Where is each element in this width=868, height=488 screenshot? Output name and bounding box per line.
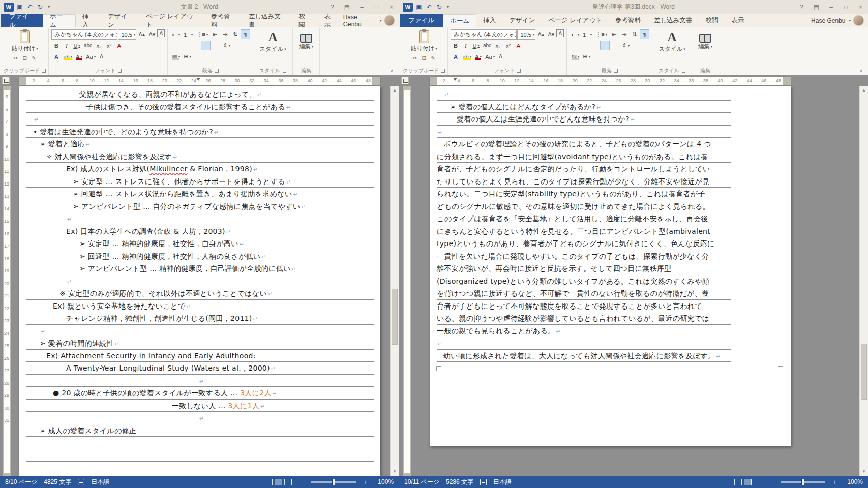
tab-review[interactable]: 校閲 (292, 14, 318, 27)
shading-button[interactable]: ▨▾ (570, 52, 581, 62)
paragraph-dialog-launcher-icon[interactable] (614, 69, 618, 73)
ribbon-display-options-button[interactable]: ▤ (809, 0, 824, 14)
numbering-button[interactable]: 1≡▾ (182, 29, 194, 39)
phonetic-guide-button[interactable]: A (514, 41, 523, 50)
paste-button[interactable]: 貼り付け▾ (407, 29, 441, 53)
align-right-button[interactable]: ≡ (191, 41, 200, 50)
enclose-character-button[interactable]: A (98, 53, 105, 60)
font-size-select[interactable]: 10.5 ▾ (517, 29, 535, 40)
strikethrough-button[interactable]: abc (482, 41, 493, 50)
tab-selector[interactable] (401, 77, 409, 84)
page-indicator[interactable]: 10/11 ページ (404, 478, 439, 486)
clipboard-dialog-launcher-icon[interactable] (441, 69, 445, 73)
vertical-scrollbar[interactable]: ▲ ▼ (859, 86, 868, 476)
redo-button[interactable]: ↻ (435, 4, 443, 11)
horizontal-ruler[interactable]: 2468101214161820222426283032343638404244… (430, 77, 791, 85)
zoom-slider-thumb[interactable] (332, 479, 335, 485)
superscript-button[interactable]: x² (503, 41, 513, 50)
sort-button[interactable]: ⇅ (630, 29, 639, 39)
vertical-scrollbar[interactable]: ▲ ▼ (390, 86, 399, 476)
align-left-button[interactable]: ≡ (570, 41, 579, 50)
font-color-button[interactable]: A▾ (473, 52, 483, 62)
scroll-down-icon[interactable]: ▼ (860, 468, 868, 476)
distribute-button[interactable]: ≡ (211, 41, 221, 50)
word-count[interactable]: 4825 文字 (44, 478, 71, 486)
character-border-button[interactable]: A (556, 29, 564, 37)
align-center-button[interactable]: ≡ (181, 41, 190, 50)
bold-button[interactable]: B (451, 41, 460, 50)
web-layout-button[interactable] (284, 479, 292, 485)
word-logo-icon[interactable]: W (4, 3, 14, 12)
superscript-button[interactable]: x² (104, 41, 114, 50)
tab-insert[interactable]: 挿入 (476, 14, 502, 27)
user-avatar[interactable] (853, 15, 864, 26)
font-name-select[interactable]: みかちゃん (本文のフォント) ▾ (51, 29, 117, 40)
styles-dialog-launcher-icon[interactable] (682, 69, 685, 73)
borders-button[interactable]: ⊞▾ (581, 52, 592, 62)
subscript-button[interactable]: x₂ (94, 41, 104, 50)
tab-mailings[interactable]: 差し込み文書 (242, 14, 292, 27)
word-logo-icon[interactable]: W (403, 3, 413, 12)
tab-selector[interactable] (2, 77, 10, 84)
help-button[interactable]: ? (325, 0, 340, 14)
minimize-button[interactable]: – (354, 0, 369, 14)
font-dialog-launcher-icon[interactable] (118, 69, 122, 73)
bullets-button[interactable]: •≡▾ (170, 29, 182, 39)
text-effects-button[interactable]: A (51, 52, 61, 62)
character-border-button[interactable]: A (157, 29, 165, 37)
close-button[interactable]: × (853, 0, 868, 14)
styles-button[interactable]: A スタイル▾ (655, 29, 689, 54)
zoom-percentage[interactable]: 100% (375, 478, 394, 485)
text-highlight-button[interactable]: ab▾ (461, 52, 473, 62)
zoom-in-button[interactable]: + (363, 478, 369, 486)
strikethrough-button[interactable]: abc (82, 41, 94, 50)
tab-references[interactable]: 参考資料 (204, 14, 242, 27)
format-painter-button[interactable]: ✎ (429, 54, 437, 62)
align-left-button[interactable]: ≡ (170, 41, 180, 50)
subscript-button[interactable]: x₂ (493, 41, 503, 50)
editing-button[interactable]: 編集▾ (295, 29, 317, 51)
line-spacing-button[interactable]: ⇕▾ (221, 41, 232, 50)
show-formatting-marks-button[interactable]: ¶ (241, 29, 250, 39)
editing-button[interactable]: 編集▾ (695, 29, 716, 51)
proofing-status-icon[interactable] (480, 479, 487, 485)
font-name-select[interactable]: みかちゃん (本文のフォント) ▾ (451, 29, 517, 40)
close-button[interactable]: × (384, 0, 399, 14)
zoom-slider[interactable] (311, 481, 356, 483)
copy-button[interactable]: ⊡ (420, 54, 428, 62)
font-dialog-launcher-icon[interactable] (517, 69, 521, 73)
tab-review[interactable]: 校閲 (699, 14, 725, 27)
justify-button[interactable]: ≡ (201, 41, 211, 50)
grow-font-button[interactable]: A▴ (137, 29, 146, 39)
tab-view[interactable]: 表示 (318, 14, 343, 27)
cut-button[interactable]: ✂ (411, 54, 419, 62)
sort-button[interactable]: ⇅ (230, 29, 240, 39)
language-indicator[interactable]: 日本語 (91, 478, 109, 486)
zoom-out-button[interactable]: − (768, 478, 774, 486)
change-case-button[interactable]: Aa▾ (484, 52, 496, 62)
bullets-button[interactable]: •≡▾ (570, 29, 581, 39)
page-indicator[interactable]: 8/10 ページ (5, 478, 37, 486)
document-page[interactable]: 父親が居なくなる、両親の不和があるなどによって、↵子供は傷つき、その後の愛着スタ… (19, 86, 380, 476)
font-size-select[interactable]: 10.5 ▾ (118, 29, 136, 40)
scroll-up-icon[interactable]: ▲ (391, 86, 399, 95)
show-formatting-marks-button[interactable]: ¶ (640, 29, 649, 39)
tab-home[interactable]: ホーム (43, 14, 76, 27)
line-spacing-button[interactable]: ⇕▾ (620, 41, 631, 50)
ribbon-display-options-button[interactable]: ▤ (340, 0, 354, 14)
user-account[interactable]: Hase Genbu ▾ (811, 14, 868, 27)
multilevel-list-button[interactable]: ⋮≡▾ (594, 29, 609, 39)
shrink-font-button[interactable]: A▾ (546, 29, 556, 39)
bold-button[interactable]: B (51, 41, 61, 50)
tab-references[interactable]: 参考資料 (609, 14, 647, 27)
help-button[interactable]: ? (794, 0, 809, 14)
underline-button[interactable]: U▾ (72, 41, 81, 50)
collapse-ribbon-button[interactable]: ∧ (859, 68, 863, 73)
increase-indent-button[interactable]: ⇥ (619, 29, 629, 39)
tab-page-layout[interactable]: ページ レイアウト (542, 14, 609, 27)
shrink-font-button[interactable]: A▾ (147, 29, 157, 39)
horizontal-ruler[interactable]: 2468101214161820222426283032343638404244… (19, 77, 380, 85)
numbering-button[interactable]: 1≡▾ (581, 29, 593, 39)
redo-button[interactable]: ↻ (36, 4, 44, 11)
text-effects-button[interactable]: A (451, 52, 460, 62)
